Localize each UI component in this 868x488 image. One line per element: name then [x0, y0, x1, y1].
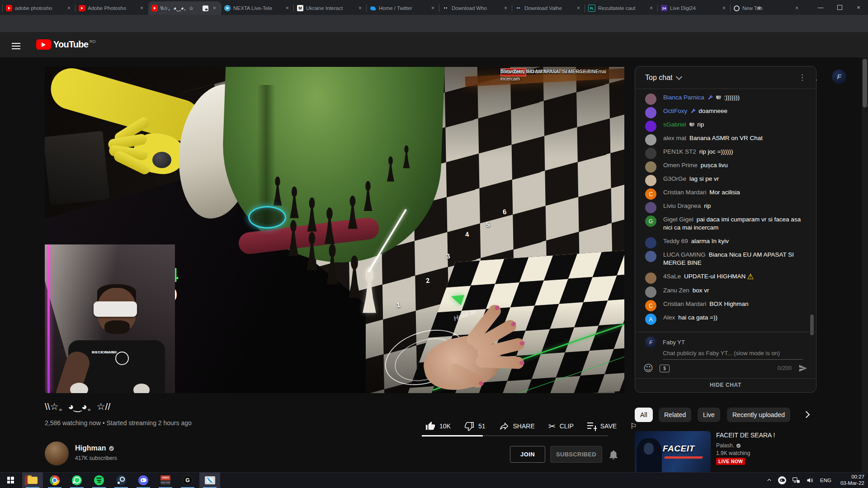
- clip-button[interactable]: ✂ CLIP: [548, 421, 574, 431]
- start-button[interactable]: [0, 472, 21, 488]
- browser-tab[interactable]: Rezultatele caut ×: [585, 1, 658, 15]
- recommended-channel[interactable]: Palash.: [716, 442, 741, 449]
- chat-message[interactable]: A Alexhai ca gata =)): [635, 311, 816, 324]
- share-button[interactable]: SHARE: [499, 421, 535, 431]
- tab-close-icon[interactable]: ×: [211, 5, 218, 12]
- tab-close-icon[interactable]: ×: [66, 5, 72, 12]
- tab-close-icon[interactable]: ×: [429, 5, 436, 12]
- browser-tab[interactable]: Home / Twitter ×: [367, 1, 439, 15]
- vr-controller: [133, 384, 150, 393]
- tab-close-icon[interactable]: ×: [648, 5, 655, 12]
- save-button[interactable]: SAVE: [587, 422, 617, 430]
- window-close-button[interactable]: ×: [849, 0, 868, 14]
- chat-author: 4SaLe: [663, 273, 681, 280]
- chat-message[interactable]: Bianca Parnica:))))))): [635, 91, 816, 104]
- share-arrow-icon: [499, 421, 509, 431]
- superchat-dollar-icon[interactable]: $: [660, 365, 670, 372]
- taskbar-monitor-tool[interactable]: [199, 472, 220, 488]
- recommended-thumbnail[interactable]: FACEIT: [635, 431, 711, 474]
- tab-close-icon[interactable]: ×: [284, 5, 291, 12]
- recommended-title[interactable]: FACEIT DE SEARA !: [716, 432, 816, 439]
- emoji-icon[interactable]: ☺: [643, 363, 653, 374]
- video-player[interactable]: Hold to 1 2 3 4 5 6 10 744 2 589 c €93 d…: [45, 67, 624, 393]
- chevron-down-icon[interactable]: [676, 73, 682, 80]
- browser-tab[interactable]: Live Digi24 ×: [658, 1, 731, 15]
- tab-title: NEXTA Live-Tele: [233, 5, 281, 11]
- report-flag-button[interactable]: ⚐: [630, 422, 637, 431]
- browser-tab[interactable]: adobe photosho ×: [3, 1, 75, 15]
- chat-message[interactable]: G Gigel Gigelpai daca imi cumparam vr si…: [635, 213, 816, 235]
- dislike-button[interactable]: 51: [464, 421, 486, 431]
- chat-menu-icon[interactable]: ⋮: [798, 73, 806, 82]
- chat-message[interactable]: Liviu Dragnearip: [635, 199, 816, 213]
- page-scrollbar-thumb[interactable]: [863, 59, 867, 108]
- tab-close-icon[interactable]: ×: [502, 5, 509, 12]
- page-scrollbar-track[interactable]: [862, 57, 868, 472]
- chat-input[interactable]: Chat publicly as Faby YT... (slow mode i…: [663, 350, 803, 360]
- chat-message[interactable]: 4SaLeUPDATE-ul HIGHMAN⚠: [635, 270, 816, 284]
- chip-live[interactable]: Live: [698, 408, 720, 422]
- channel-name[interactable]: Highman: [75, 444, 114, 452]
- notification-bell-icon[interactable]: [609, 449, 618, 460]
- chat-author: PEN1K ST2: [663, 148, 696, 155]
- chat-message[interactable]: Omen Primepușca livu: [635, 159, 816, 172]
- chat-message[interactable]: C Cristian MardariMor acilisia: [635, 186, 816, 199]
- window-minimize-button[interactable]: —: [811, 0, 830, 14]
- chips-scroll-chevron-icon[interactable]: [803, 411, 810, 418]
- tab-close-icon[interactable]: ×: [793, 5, 800, 12]
- taskbar-discord[interactable]: [133, 472, 154, 488]
- browser-tab[interactable]: \\☆。◕‿◕。☆ ×: [148, 1, 221, 15]
- guide-menu-icon[interactable]: [12, 41, 20, 51]
- chip-recently-uploaded[interactable]: Recently uploaded: [727, 408, 790, 422]
- chat-scrollbar-thumb[interactable]: [810, 314, 814, 335]
- chat-message[interactable]: PEN1K ST2rip joc =)))))): [635, 145, 816, 159]
- browser-tab[interactable]: Download Valhe ×: [512, 1, 585, 15]
- subscribed-button[interactable]: SUBSCRIBED: [550, 446, 602, 463]
- browser-tab[interactable]: Adobe Photosho ×: [75, 1, 148, 15]
- browser-tab[interactable]: Ukraine Interact ×: [294, 1, 367, 15]
- chat-message[interactable]: G3OrGelag si pe vr: [635, 172, 816, 186]
- tab-title: Live Digi24: [670, 5, 718, 11]
- send-icon[interactable]: [798, 364, 808, 373]
- taskbar-file-explorer[interactable]: [22, 472, 43, 488]
- like-button[interactable]: 10K: [425, 421, 451, 431]
- tray-language[interactable]: ENG: [820, 478, 831, 483]
- chat-message[interactable]: alex matBanana ASMR on VR Chat: [635, 131, 816, 145]
- chat-message[interactable]: LUCA GAMINGBianca Nica EU AM APASAT SI M…: [635, 248, 816, 270]
- chip-related[interactable]: Related: [659, 408, 691, 422]
- chip-all[interactable]: All: [635, 408, 653, 422]
- taskbar-chrome[interactable]: [44, 472, 65, 488]
- taskbar-steam[interactable]: [111, 472, 132, 488]
- tab-close-icon[interactable]: ×: [357, 5, 363, 12]
- tray-speaker-icon[interactable]: [806, 477, 814, 484]
- browser-tab[interactable]: New Tab ×: [731, 1, 803, 15]
- tab-close-icon[interactable]: ×: [138, 5, 145, 12]
- join-button[interactable]: JOIN: [510, 446, 545, 463]
- youtube-logo[interactable]: YouTube RO: [36, 39, 96, 50]
- window-maximize-button[interactable]: [830, 0, 849, 14]
- browser-tab[interactable]: NEXTA Live-Tele ×: [221, 1, 294, 15]
- tray-clock[interactable]: 00:27 03-Mar-22: [837, 474, 864, 486]
- hide-chat-button[interactable]: HIDE CHAT: [635, 382, 816, 388]
- taskbar-voicemeeter[interactable]: VOICEMEETER: [155, 472, 176, 488]
- tab-close-icon[interactable]: ×: [575, 5, 582, 12]
- media-playing-icon[interactable]: [203, 5, 208, 11]
- tab-close-icon[interactable]: ×: [721, 5, 727, 12]
- account-avatar[interactable]: F: [832, 70, 846, 84]
- channel-avatar[interactable]: [45, 441, 69, 465]
- chat-message[interactable]: Zanu Zenbox vr: [635, 284, 816, 297]
- chat-message[interactable]: Teddy 69alarma în kyiv: [635, 235, 816, 248]
- tray-discord-icon[interactable]: [778, 476, 786, 484]
- taskbar-logitech-ghub[interactable]: G: [177, 472, 198, 488]
- tray-chevron-up-icon[interactable]: [766, 477, 772, 483]
- taskbar-spotify[interactable]: [89, 472, 109, 488]
- chat-mode-selector[interactable]: Top chat: [645, 74, 672, 82]
- tray-network-icon[interactable]: [792, 477, 800, 484]
- taskbar-whatsapp[interactable]: [66, 472, 87, 488]
- chat-message[interactable]: sGabrielrip: [635, 118, 816, 131]
- new-tab-button[interactable]: +: [754, 3, 764, 13]
- chat-message[interactable]: C Cristian MardariBOX Highman: [635, 297, 816, 311]
- chat-message[interactable]: OctiFoxydoamneee: [635, 104, 816, 118]
- browser-tab[interactable]: Download Who ×: [439, 1, 512, 15]
- avatar: [645, 107, 656, 118]
